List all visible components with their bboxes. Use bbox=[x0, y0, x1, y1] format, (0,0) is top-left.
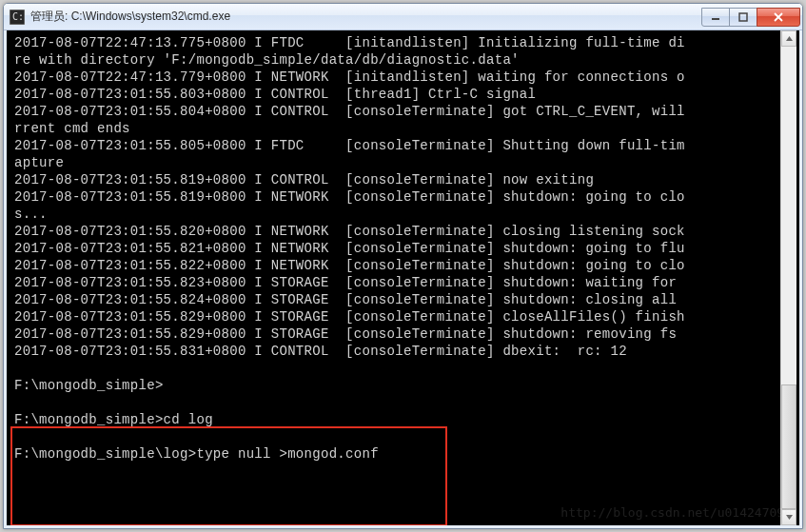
terminal-line: 2017-08-07T23:01:55.819+0800 I CONTROL [… bbox=[14, 171, 796, 188]
terminal-output: 2017-08-07T22:47:13.775+0800 I FTDC [ini… bbox=[14, 34, 796, 480]
terminal-line: F:\mongodb_simple>cd log bbox=[14, 411, 796, 428]
svg-rect-2 bbox=[712, 18, 719, 20]
terminal-line: 2017-08-07T22:47:13.775+0800 I FTDC [ini… bbox=[14, 34, 796, 51]
scroll-up-button[interactable] bbox=[781, 30, 796, 47]
titlebar[interactable]: C: 管理员: C:\Windows\system32\cmd.exe bbox=[4, 4, 802, 30]
terminal-line: 2017-08-07T23:01:55.805+0800 I FTDC [con… bbox=[14, 137, 796, 154]
scrollbar-track[interactable] bbox=[781, 47, 796, 509]
terminal-line: 2017-08-07T23:01:55.823+0800 I STORAGE [… bbox=[14, 274, 796, 291]
terminal-line: 2017-08-07T23:01:55.822+0800 I NETWORK [… bbox=[14, 257, 796, 274]
terminal-line: 2017-08-07T23:01:55.804+0800 I CONTROL [… bbox=[14, 103, 796, 120]
cmd-window: C: 管理员: C:\Windows\system32\cmd.exe 2017… bbox=[3, 3, 803, 529]
terminal-line: 2017-08-07T23:01:55.803+0800 I CONTROL [… bbox=[14, 86, 796, 103]
terminal-line: re with directory 'F:/mongodb_simple/dat… bbox=[14, 51, 796, 69]
terminal-line bbox=[14, 428, 796, 445]
terminal-line bbox=[14, 360, 796, 377]
close-button[interactable] bbox=[757, 8, 800, 27]
watermark-text: http://blog.csdn.net/u014247090 bbox=[560, 505, 792, 520]
terminal-line: 2017-08-07T22:47:13.779+0800 I NETWORK [… bbox=[14, 69, 796, 86]
terminal-line: s... bbox=[14, 206, 796, 223]
terminal-line: F:\mongodb_simple> bbox=[14, 377, 796, 394]
minimize-button[interactable] bbox=[701, 8, 730, 27]
vertical-scrollbar bbox=[780, 30, 796, 525]
scrollbar-thumb[interactable] bbox=[781, 384, 796, 509]
window-controls bbox=[702, 8, 800, 27]
terminal-line: 2017-08-07T23:01:55.829+0800 I STORAGE [… bbox=[14, 308, 796, 325]
svg-rect-3 bbox=[739, 13, 747, 21]
terminal-line: 2017-08-07T23:01:55.821+0800 I NETWORK [… bbox=[14, 240, 796, 257]
terminal-line: 2017-08-07T23:01:55.824+0800 I STORAGE [… bbox=[14, 291, 796, 308]
terminal-line: F:\mongodb_simple\log>type null >mongod.… bbox=[14, 445, 796, 463]
terminal-line bbox=[14, 394, 796, 411]
window-title: 管理员: C:\Windows\system32\cmd.exe bbox=[30, 9, 702, 25]
terminal-line: 2017-08-07T23:01:55.820+0800 I NETWORK [… bbox=[14, 223, 796, 240]
cmd-icon: C: bbox=[10, 10, 25, 25]
terminal-line: rrent cmd ends bbox=[14, 120, 796, 137]
maximize-button[interactable] bbox=[729, 8, 757, 27]
svg-text:C:: C: bbox=[12, 11, 24, 22]
terminal-line: apture bbox=[14, 154, 796, 171]
terminal-line bbox=[14, 463, 796, 480]
terminal-line: 2017-08-07T23:01:55.819+0800 I NETWORK [… bbox=[14, 188, 796, 206]
scroll-down-button[interactable] bbox=[781, 509, 796, 525]
terminal-line: 2017-08-07T23:01:55.829+0800 I STORAGE [… bbox=[14, 325, 796, 343]
terminal-area[interactable]: 2017-08-07T22:47:13.775+0800 I FTDC [ini… bbox=[4, 30, 802, 528]
terminal-line: 2017-08-07T23:01:55.831+0800 I CONTROL [… bbox=[14, 343, 796, 360]
